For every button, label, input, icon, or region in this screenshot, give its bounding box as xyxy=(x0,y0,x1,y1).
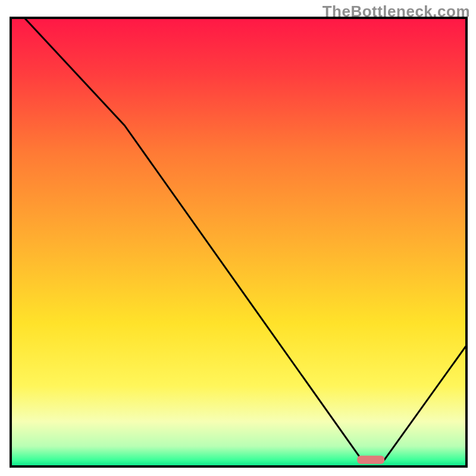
marker-pill xyxy=(357,456,384,464)
chart-root: TheBottleneck.com xyxy=(0,0,476,476)
watermark-text: TheBottleneck.com xyxy=(322,2,470,21)
plot-background xyxy=(11,18,466,466)
chart-svg xyxy=(0,0,476,476)
